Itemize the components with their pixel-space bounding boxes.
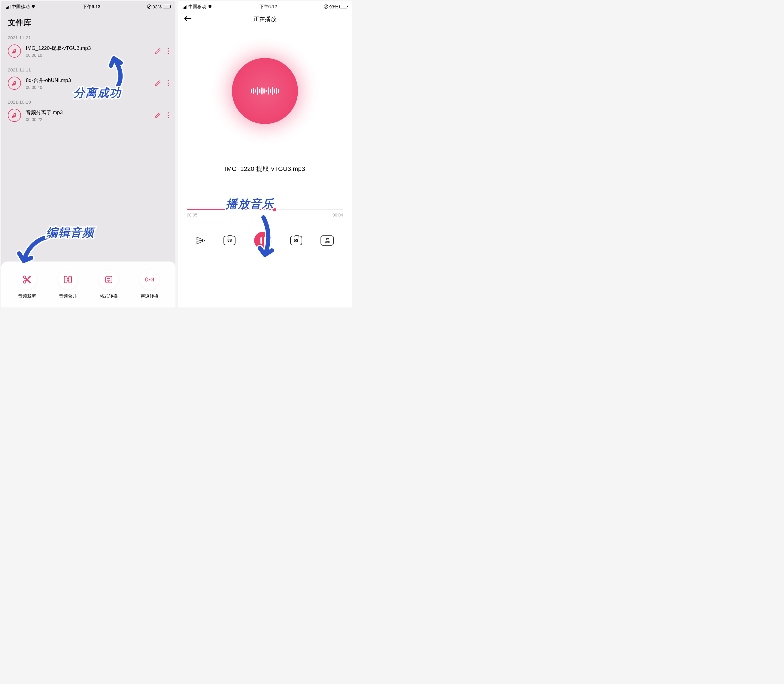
file-item[interactable]: IMG_1220-提取-vTGU3.mp3 00:00:10 bbox=[8, 42, 169, 63]
status-left: 中国移动 bbox=[183, 4, 212, 10]
file-duration: 00:00:40 bbox=[26, 85, 154, 90]
file-list: 2021-11-21 IMG_1220-提取-vTGU3.mp3 00:00:1… bbox=[1, 31, 175, 127]
more-icon[interactable] bbox=[168, 80, 169, 86]
status-bar: 中国移动 下午6:12 93% bbox=[178, 1, 352, 12]
tool-label: 音频合并 bbox=[59, 294, 77, 299]
status-time: 下午6:12 bbox=[259, 4, 277, 10]
left-phone-screen: 中国移动 下午6:13 93% 文件库 2021-11-21 IMG_1220-… bbox=[1, 1, 175, 308]
bottom-tools: 音频裁剪 音频合并 格式转换 声道转换 bbox=[1, 261, 175, 308]
tool-label: 音频裁剪 bbox=[18, 294, 36, 299]
skip-forward-button[interactable]: 5S bbox=[290, 236, 302, 245]
nav-title: 正在播放 bbox=[254, 15, 276, 23]
scissors-icon bbox=[18, 270, 37, 289]
edit-icon[interactable] bbox=[154, 48, 161, 54]
music-note-icon bbox=[8, 44, 21, 58]
music-note-icon bbox=[8, 77, 21, 90]
battery-percent: 93% bbox=[329, 4, 338, 9]
status-right: 93% bbox=[147, 4, 171, 9]
battery-icon bbox=[163, 5, 171, 8]
play-pause-button[interactable] bbox=[254, 232, 272, 249]
player-disc bbox=[232, 58, 298, 124]
progress-bar[interactable] bbox=[187, 209, 343, 210]
annotation-edit-audio: 编辑音频 bbox=[46, 225, 94, 240]
file-group: 2021-10-19 音频分离了.mp3 00:00:22 bbox=[8, 95, 169, 127]
tool-label: 声道转换 bbox=[141, 294, 158, 299]
svg-rect-1 bbox=[69, 276, 71, 282]
edit-icon[interactable] bbox=[154, 112, 161, 119]
status-right: 93% bbox=[324, 4, 347, 9]
back-button[interactable] bbox=[184, 15, 192, 23]
progress-times: 00:05 00:04 bbox=[187, 213, 343, 218]
right-phone-screen: 中国移动 下午6:12 93% 正在播放 bbox=[178, 1, 352, 308]
status-bar: 中国移动 下午6:13 93% bbox=[1, 1, 175, 12]
file-info: 8d-合并-ohUNI.mp3 00:00:40 bbox=[21, 77, 154, 90]
file-duration: 00:00:10 bbox=[26, 53, 154, 58]
progress-thumb[interactable] bbox=[272, 208, 276, 211]
status-left: 中国移动 bbox=[6, 4, 36, 10]
file-item[interactable]: 音频分离了.mp3 00:00:22 bbox=[8, 106, 169, 127]
track-name: IMG_1220-提取-vTGU3.mp3 bbox=[178, 165, 352, 173]
file-name: 音频分离了.mp3 bbox=[26, 109, 154, 116]
convert-icon bbox=[99, 270, 118, 289]
battery-icon bbox=[339, 5, 347, 8]
music-note-icon bbox=[8, 109, 21, 122]
speed-rate: 1x bbox=[326, 237, 329, 241]
current-time: 00:05 bbox=[187, 213, 197, 218]
file-name: IMG_1220-提取-vTGU3.mp3 bbox=[26, 45, 154, 52]
player-visual bbox=[178, 26, 352, 155]
skip-back-button[interactable]: 5S bbox=[223, 236, 236, 245]
carrier-label: 中国移动 bbox=[188, 4, 206, 10]
file-duration: 00:00:22 bbox=[26, 117, 154, 122]
file-name: 8d-合并-ohUNI.mp3 bbox=[26, 77, 154, 84]
ring-mode-icon bbox=[324, 5, 328, 9]
merge-tool[interactable]: 音频合并 bbox=[58, 270, 78, 299]
page-title: 文件库 bbox=[1, 12, 175, 31]
format-tool[interactable]: 格式转换 bbox=[99, 270, 118, 299]
wifi-icon bbox=[208, 5, 212, 8]
wifi-icon bbox=[31, 5, 36, 8]
file-info: 音频分离了.mp3 00:00:22 bbox=[21, 109, 154, 122]
file-date: 2021-10-19 bbox=[8, 95, 169, 106]
ring-mode-icon bbox=[147, 5, 151, 9]
channel-tool[interactable]: 声道转换 bbox=[140, 270, 159, 299]
merge-icon bbox=[58, 270, 78, 289]
share-button[interactable] bbox=[196, 236, 205, 245]
signal-icon bbox=[183, 5, 187, 9]
file-date: 2021-11-21 bbox=[8, 31, 169, 42]
nav-bar: 正在播放 bbox=[178, 12, 352, 26]
pause-icon bbox=[260, 237, 265, 244]
file-date: 2021-11-11 bbox=[8, 63, 169, 74]
file-group: 2021-11-11 8d-合并-ohUNI.mp3 00:00:40 bbox=[8, 63, 169, 95]
svg-point-3 bbox=[149, 279, 150, 280]
more-icon[interactable] bbox=[168, 112, 169, 118]
file-group: 2021-11-21 IMG_1220-提取-vTGU3.mp3 00:00:1… bbox=[8, 31, 169, 63]
waveform-icon bbox=[251, 87, 280, 95]
remaining-time: 00:04 bbox=[333, 213, 343, 218]
svg-rect-0 bbox=[64, 276, 67, 282]
tool-label: 格式转换 bbox=[100, 294, 118, 299]
file-info: IMG_1220-提取-vTGU3.mp3 00:00:10 bbox=[21, 45, 154, 58]
glow-circle bbox=[209, 35, 320, 147]
player-controls: 5S 5S 1x 倍速 bbox=[178, 232, 352, 249]
progress-area: 00:05 00:04 bbox=[178, 209, 352, 218]
svg-rect-2 bbox=[105, 276, 112, 282]
speed-label: 倍速 bbox=[325, 241, 330, 244]
carrier-label: 中国移动 bbox=[12, 4, 30, 10]
skip-fwd-label: 5S bbox=[294, 239, 298, 243]
file-item[interactable]: 8d-合并-ohUNI.mp3 00:00:40 bbox=[8, 74, 169, 95]
more-icon[interactable] bbox=[168, 48, 169, 54]
battery-percent: 93% bbox=[153, 4, 162, 9]
signal-icon bbox=[6, 5, 11, 9]
progress-fill bbox=[187, 209, 274, 210]
status-time: 下午6:13 bbox=[82, 4, 100, 10]
speed-button[interactable]: 1x 倍速 bbox=[320, 236, 334, 245]
edit-icon[interactable] bbox=[154, 80, 161, 87]
trim-tool[interactable]: 音频裁剪 bbox=[18, 270, 37, 299]
skip-back-label: 5S bbox=[227, 239, 232, 243]
channel-icon bbox=[140, 270, 159, 289]
